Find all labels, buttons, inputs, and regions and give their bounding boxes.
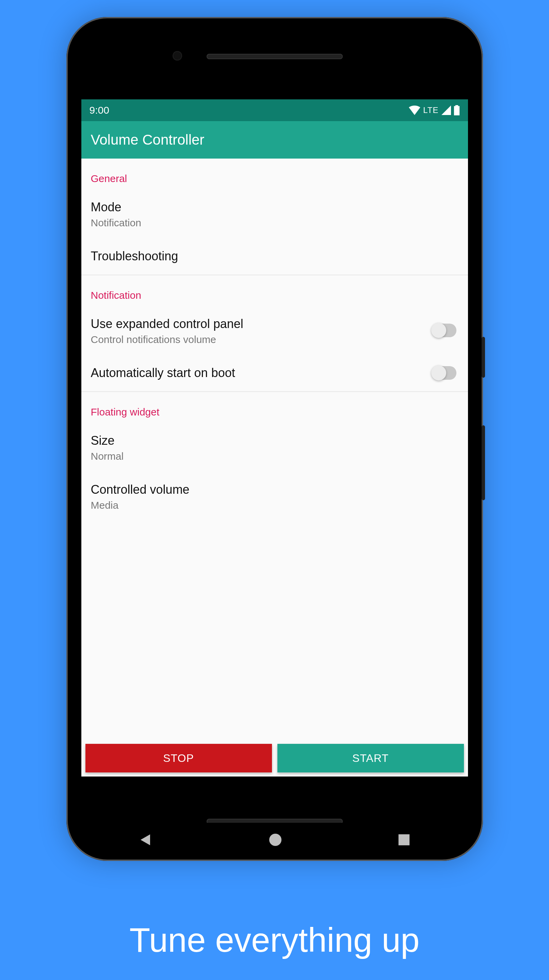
app-title: Volume Controller — [91, 132, 205, 148]
device-frame: 9:00 LTE Volume Controller General Mode … — [66, 17, 483, 861]
android-nav-bar — [81, 823, 468, 857]
speaker-top — [207, 54, 343, 59]
promo-text: Tune everything up — [0, 920, 549, 959]
setting-expanded-panel[interactable]: Use expanded control panel Control notif… — [81, 306, 468, 355]
setting-title: Controlled volume — [91, 481, 458, 498]
setting-title: Use expanded control panel — [91, 315, 433, 332]
status-bar: 9:00 LTE — [81, 99, 468, 121]
section-header-general: General — [81, 159, 468, 189]
button-label: START — [352, 752, 389, 765]
side-button-power — [482, 337, 485, 378]
setting-size[interactable]: Size Normal — [81, 423, 468, 472]
device-inner: 9:00 LTE Volume Controller General Mode … — [70, 21, 479, 857]
setting-title: Mode — [91, 199, 458, 216]
nav-back-button[interactable] — [139, 833, 153, 846]
switch-autostart[interactable] — [433, 366, 457, 380]
setting-value: Notification — [91, 217, 458, 229]
status-time: 9:00 — [89, 105, 109, 116]
wifi-icon — [409, 105, 420, 115]
nav-recent-button[interactable] — [398, 834, 410, 846]
svg-point-0 — [269, 834, 282, 846]
setting-value: Normal — [91, 450, 458, 462]
side-button-volume — [482, 425, 485, 500]
action-buttons: STOP START — [81, 740, 468, 776]
stop-button[interactable]: STOP — [86, 744, 272, 772]
setting-title: Troubleshooting — [91, 248, 458, 265]
setting-mode[interactable]: Mode Notification — [81, 189, 468, 238]
svg-rect-1 — [398, 834, 409, 845]
triangle-back-icon — [139, 833, 153, 846]
network-label: LTE — [423, 105, 438, 115]
square-recent-icon — [398, 834, 410, 846]
screen: 9:00 LTE Volume Controller General Mode … — [81, 99, 468, 776]
setting-title: Automatically start on boot — [91, 364, 433, 382]
front-camera — [173, 51, 182, 60]
switch-expanded-panel[interactable] — [433, 324, 457, 337]
setting-autostart[interactable]: Automatically start on boot — [81, 355, 468, 391]
circle-home-icon — [269, 833, 282, 846]
section-header-notification: Notification — [81, 275, 468, 306]
setting-value: Media — [91, 500, 458, 511]
section-header-floating: Floating widget — [81, 392, 468, 423]
setting-troubleshooting[interactable]: Troubleshooting — [81, 238, 468, 274]
nav-home-button[interactable] — [269, 833, 282, 846]
battery-icon — [454, 105, 460, 115]
setting-subtitle: Control notifications volume — [91, 334, 433, 345]
settings-content[interactable]: General Mode Notification Troubleshootin… — [81, 159, 468, 740]
start-button[interactable]: START — [277, 744, 464, 772]
app-bar: Volume Controller — [81, 121, 468, 159]
setting-controlled-volume[interactable]: Controlled volume Media — [81, 472, 468, 520]
button-label: STOP — [163, 752, 194, 765]
setting-title: Size — [91, 432, 458, 449]
status-icons: LTE — [409, 105, 460, 115]
cellular-icon — [441, 105, 451, 115]
